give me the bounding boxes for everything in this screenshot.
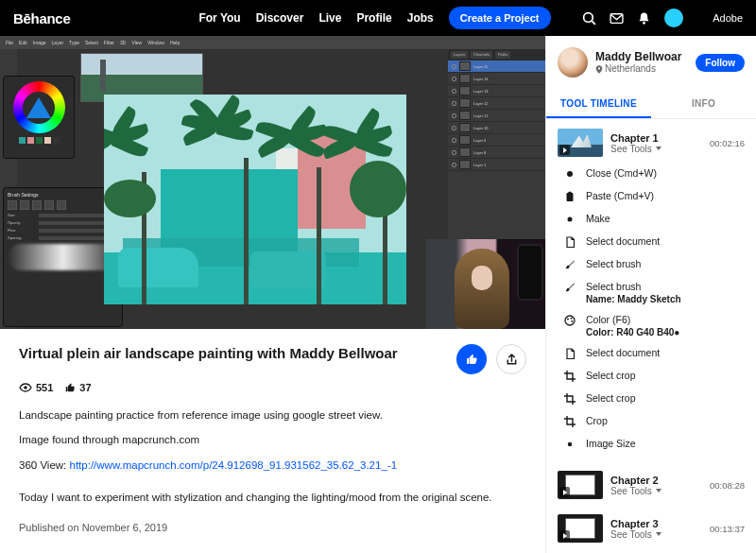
chapter-time: 00:08:28	[710, 480, 745, 491]
creator-card: Maddy Bellwoar Netherlands Follow	[546, 36, 756, 87]
play-icon	[559, 530, 570, 541]
tool-label: Select crop	[586, 392, 636, 404]
nav-links: For You Discover Live Profile Jobs	[198, 11, 433, 25]
tool-row[interactable]: Select brush	[563, 253, 756, 276]
follow-button[interactable]: Follow	[696, 54, 745, 72]
crop-icon	[563, 415, 576, 428]
project-description: Landscape painting practice from referen…	[19, 406, 526, 507]
tool-label: Image Size	[586, 438, 636, 449]
dot-icon	[563, 438, 576, 451]
tool-row[interactable]: Select crop	[563, 365, 756, 388]
tool-row[interactable]: Image Size	[563, 433, 756, 456]
video-player[interactable]: FileEditImageLayerTypeSelectFilter3DView…	[0, 36, 545, 329]
adobe-label: Adobe	[713, 12, 743, 24]
nav-right: Adobe	[582, 9, 743, 27]
make-icon	[563, 213, 576, 226]
project-title: Virtual plein air landscape painting wit…	[19, 344, 398, 363]
document-icon	[563, 347, 576, 360]
painting-canvas	[104, 95, 406, 304]
brush-icon	[563, 258, 576, 271]
project-actions	[456, 344, 526, 374]
crop-icon	[563, 392, 576, 406]
chapter-see-tools[interactable]: See Tools	[610, 529, 702, 540]
tool-row[interactable]: Select crop	[563, 388, 756, 410]
tab-tool-timeline[interactable]: TOOL TIMELINE	[546, 91, 651, 118]
nav-discover[interactable]: Discover	[256, 11, 304, 25]
color-wheel-panel	[3, 76, 75, 159]
pin-icon	[595, 65, 603, 74]
likes-stat: 37	[64, 382, 91, 393]
tool-label: Close (Cmd+W)	[586, 167, 657, 179]
close-icon	[563, 167, 576, 181]
published-date: Published on November 6, 2019	[19, 522, 526, 533]
tool-row[interactable]: Select brushName: Maddy Sketch	[563, 276, 756, 309]
top-nav: Bēhance For You Discover Live Profile Jo…	[0, 0, 756, 36]
tool-label: Color (F6)Color: R40 G40 B40●	[586, 314, 679, 337]
play-icon	[559, 145, 570, 155]
mapcrunch-link[interactable]: http://www.mapcrunch.com/p/24.912698_91.…	[70, 459, 398, 471]
desc-prefix: 360 View:	[19, 459, 70, 471]
desc-line: 360 View: http://www.mapcrunch.com/p/24.…	[19, 457, 526, 474]
main-column: FileEditImageLayerTypeSelectFilter3DView…	[0, 36, 545, 553]
color-icon	[563, 314, 576, 327]
search-icon[interactable]	[582, 11, 596, 26]
chapter-title: Chapter 3	[610, 518, 702, 529]
project-details: Virtual plein air landscape painting wit…	[0, 329, 545, 553]
nav-live[interactable]: Live	[318, 11, 341, 25]
user-avatar[interactable]	[664, 9, 683, 27]
chapter-time: 00:02:16	[710, 138, 745, 148]
webcam-overlay	[426, 239, 545, 329]
project-stats: 551 37	[19, 382, 526, 393]
chapter-row[interactable]: Chapter 2 See Tools 00:08:28	[546, 461, 756, 505]
tool-row[interactable]: Make	[563, 208, 756, 231]
sidebar-tabs: TOOL TIMELINE INFO	[546, 91, 756, 119]
chapter-title: Chapter 1	[610, 132, 702, 144]
chapter-see-tools[interactable]: See Tools	[610, 144, 702, 154]
swatches	[19, 137, 60, 144]
tab-info[interactable]: INFO	[651, 91, 756, 118]
tool-label: Make	[586, 213, 610, 224]
tool-row[interactable]: Color (F6)Color: R40 G40 B40●	[563, 309, 756, 342]
tool-row[interactable]: Close (Cmd+W)	[563, 163, 756, 185]
paste-icon	[563, 190, 576, 203]
creator-name[interactable]: Maddy Bellwoar	[595, 50, 688, 63]
brush-icon	[563, 281, 576, 294]
tool-label: Select document	[586, 347, 660, 358]
tool-label: Crop	[586, 415, 608, 426]
behance-logo[interactable]: Bēhance	[13, 10, 70, 26]
chapter-time: 00:13:37	[710, 524, 745, 534]
tool-row[interactable]: Select document	[563, 231, 756, 253]
tool-row[interactable]: Crop	[563, 410, 756, 433]
nav-jobs[interactable]: Jobs	[407, 11, 434, 25]
tool-label: Select brush	[586, 258, 641, 269]
mail-icon[interactable]	[610, 11, 624, 26]
creator-avatar[interactable]	[558, 47, 588, 78]
chapter-thumb	[558, 129, 603, 157]
tool-label: Select crop	[586, 370, 636, 381]
views-stat: 551	[19, 382, 53, 393]
chapter-title: Chapter 2	[610, 475, 702, 486]
creator-location: Netherlands	[595, 63, 688, 75]
views-count: 551	[36, 382, 53, 393]
tool-row[interactable]: Paste (Cmd+V)	[563, 185, 756, 208]
chapter-thumb	[558, 471, 603, 499]
chapter-row[interactable]: Chapter 3 See Tools 00:13:37	[546, 505, 756, 548]
create-project-button[interactable]: Create a Project	[449, 7, 551, 29]
creator-location-label: Netherlands	[605, 63, 656, 75]
appreciate-button[interactable]	[456, 344, 487, 374]
share-button[interactable]	[496, 344, 526, 374]
play-icon	[559, 487, 570, 497]
chapter-see-tools[interactable]: See Tools	[610, 486, 702, 496]
tool-label: Select brushName: Maddy Sketch	[586, 281, 681, 304]
photoshop-menubar: FileEditImageLayerTypeSelectFilter3DView…	[0, 36, 545, 49]
desc-line: Today I want to experiment with stylizat…	[19, 489, 526, 506]
color-wheel	[13, 81, 65, 133]
adobe-logo-icon	[696, 12, 709, 24]
crop-icon	[563, 370, 576, 383]
nav-profile[interactable]: Profile	[356, 11, 391, 25]
bell-icon[interactable]	[637, 11, 651, 26]
adobe-link[interactable]: Adobe	[696, 12, 743, 24]
nav-for-you[interactable]: For You	[198, 11, 240, 25]
chapter-row[interactable]: Chapter 1 See Tools 00:02:16	[546, 119, 756, 163]
tool-row[interactable]: Select document	[563, 342, 756, 365]
